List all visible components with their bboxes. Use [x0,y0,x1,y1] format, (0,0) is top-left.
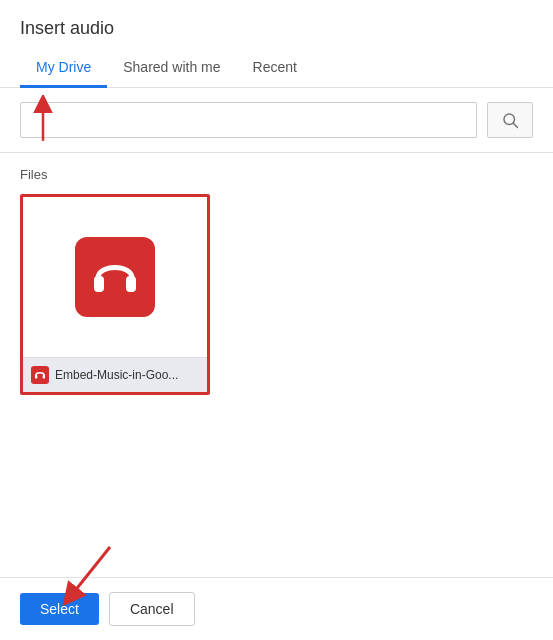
select-button[interactable]: Select [20,593,99,625]
footer: Select Cancel [0,577,553,640]
tab-shared-with-me[interactable]: Shared with me [107,49,236,88]
dialog-title: Insert audio [0,0,553,49]
headphone-icon [90,254,140,300]
file-label: Embed-Music-in-Goo... [23,357,207,392]
file-thumbnail [23,197,207,357]
search-bar [0,88,553,153]
files-section: Files [0,153,553,577]
file-item[interactable]: Embed-Music-in-Goo... [20,194,210,395]
small-headphone-icon [34,369,46,381]
files-grid: Embed-Music-in-Goo... [20,194,533,395]
svg-rect-2 [94,276,104,292]
file-type-icon [31,366,49,384]
svg-rect-5 [43,375,45,379]
tab-my-drive[interactable]: My Drive [20,49,107,88]
file-name: Embed-Music-in-Goo... [55,368,178,382]
search-button[interactable] [487,102,533,138]
tab-recent[interactable]: Recent [237,49,313,88]
svg-rect-4 [35,375,37,379]
search-input[interactable] [20,102,477,138]
svg-line-1 [513,123,517,127]
insert-audio-dialog: Insert audio My Drive Shared with me Rec… [0,0,553,640]
cancel-button[interactable]: Cancel [109,592,195,626]
tab-bar: My Drive Shared with me Recent [0,49,553,88]
audio-file-icon [75,237,155,317]
svg-rect-3 [126,276,136,292]
search-icon [501,111,519,129]
files-label: Files [20,167,533,182]
